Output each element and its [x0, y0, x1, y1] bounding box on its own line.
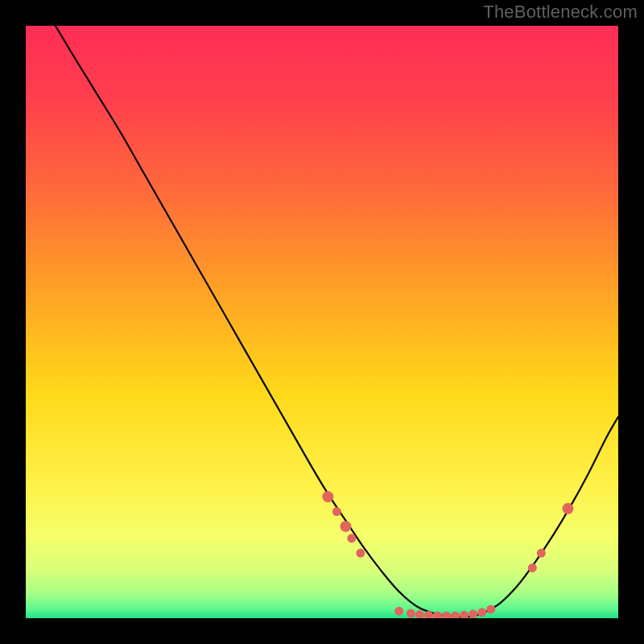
data-marker — [322, 491, 333, 502]
chart-container: TheBottleneck.com — [0, 0, 644, 644]
data-marker — [394, 607, 403, 616]
data-marker — [347, 534, 356, 543]
data-marker — [356, 549, 365, 558]
watermark-text: TheBottleneck.com — [483, 2, 638, 23]
data-marker — [407, 609, 415, 618]
data-marker — [486, 605, 495, 613]
data-marker — [537, 549, 546, 558]
data-marker — [460, 611, 469, 620]
bottleneck-chart — [0, 0, 644, 644]
data-marker — [451, 612, 460, 621]
data-marker — [469, 609, 477, 618]
data-marker — [340, 521, 351, 532]
data-marker — [415, 610, 424, 619]
data-marker — [433, 612, 442, 621]
data-marker — [562, 503, 573, 514]
data-marker — [332, 507, 341, 516]
data-marker — [442, 612, 451, 621]
data-marker — [528, 564, 537, 572]
gradient-background — [26, 26, 618, 618]
data-marker — [477, 608, 486, 617]
data-marker — [424, 611, 433, 620]
